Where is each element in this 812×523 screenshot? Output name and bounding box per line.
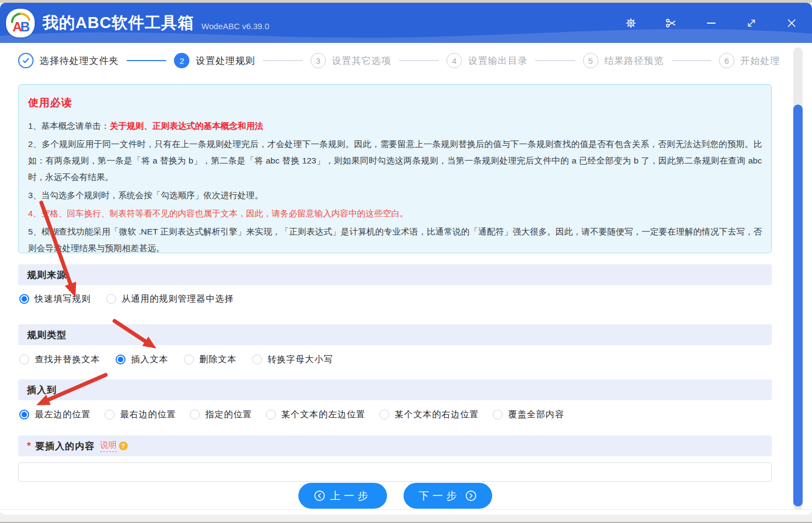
radio-dot xyxy=(105,410,115,420)
step-5-path-preview[interactable]: 5 结果路径预览 xyxy=(583,53,664,68)
step-1-select-folder[interactable]: 选择待处理文件夹 xyxy=(18,53,119,68)
notice-item-1-text: 1、基本概念请单击： xyxy=(28,121,110,130)
insert-to-options: 最左边的位置 最右边的位置 指定的位置 某个文本的左边位置 某个文本的右边位置 … xyxy=(19,406,772,423)
radio-dot xyxy=(19,410,29,420)
step-1-circle xyxy=(18,53,34,68)
radio-label: 最右边的位置 xyxy=(120,409,176,421)
gear-icon xyxy=(625,17,637,29)
step-6-start[interactable]: 6 开始处理 xyxy=(719,53,780,68)
step-connector-2 xyxy=(263,60,302,61)
settings-button[interactable] xyxy=(624,16,638,30)
section-header-insert-to: 插入到 xyxy=(18,379,772,400)
notice-item-1: 1、基本概念请单击：关于规则、正则表达式的基本概念和用法 xyxy=(28,118,762,134)
insert-content-input[interactable] xyxy=(18,462,772,482)
footer-divider xyxy=(0,509,812,510)
radio-label: 转换字母大小写 xyxy=(268,354,333,366)
notice-item-5: 5、模糊查找功能采用「微软 .NET 正则表达式解析引擎」来实现，「正则表达式」… xyxy=(28,224,762,253)
next-step-button[interactable]: 下一步 xyxy=(404,483,492,509)
step-wizard: 选择待处理文件夹 2 设置处理规则 3 设置其它选项 4 设置输出目录 5 结果… xyxy=(18,51,780,70)
rule-type-title: 规则类型 xyxy=(27,329,67,341)
step-6-label: 开始处理 xyxy=(740,55,780,67)
radio-label: 某个文本的左边位置 xyxy=(281,409,366,421)
maximize-icon xyxy=(745,17,757,29)
circle-arrow-left-icon xyxy=(314,490,325,502)
usage-notice-panel: 使用必读 1、基本概念请单击：关于规则、正则表达式的基本概念和用法 2、多个规则… xyxy=(18,84,772,253)
step-2-set-rules[interactable]: 2 设置处理规则 xyxy=(174,53,255,68)
radio-dot xyxy=(19,355,29,364)
step-connector-3 xyxy=(399,60,439,61)
radio-label: 某个文本的右边位置 xyxy=(395,409,479,421)
radio-insert-text[interactable]: 插入文本 xyxy=(116,354,168,366)
radio-quick-fill-rule[interactable]: 快速填写规则 xyxy=(19,293,91,305)
radio-label: 从通用的规则管理器中选择 xyxy=(122,293,234,305)
radio-label: 查找并替换文本 xyxy=(35,354,100,366)
required-asterisk: * xyxy=(27,440,31,452)
radio-from-rule-manager[interactable]: 从通用的规则管理器中选择 xyxy=(106,293,234,305)
close-icon xyxy=(786,17,798,29)
radio-right-of-text[interactable]: 某个文本的右边位置 xyxy=(379,409,479,421)
step-3-label: 设置其它选项 xyxy=(332,55,391,67)
step-5-circle: 5 xyxy=(583,53,598,68)
step-4-label: 设置输出目录 xyxy=(468,55,527,67)
app-title: 我的ABC软件工具箱 xyxy=(42,12,194,34)
notice-item-4: 4、空格、回车换行、制表符等看不见的内容也属于文本，因此，请务必留意输入内容中的… xyxy=(28,205,762,222)
next-step-label: 下一步 xyxy=(419,489,460,503)
radio-dot xyxy=(190,410,200,420)
close-button[interactable] xyxy=(784,16,799,30)
radio-label: 插入文本 xyxy=(131,354,168,366)
radio-label: 覆盖全部内容 xyxy=(508,409,564,421)
radio-label: 快速填写规则 xyxy=(35,293,91,305)
radio-label: 指定的位置 xyxy=(205,409,252,421)
help-link[interactable]: 说明 xyxy=(100,440,117,452)
radio-overwrite-all[interactable]: 覆盖全部内容 xyxy=(493,409,564,421)
notice-title: 使用必读 xyxy=(28,96,762,110)
step-connector-5 xyxy=(672,60,711,61)
radio-dot xyxy=(184,355,194,364)
rule-type-options: 查找并替换文本 插入文本 删除文本 转换字母大小写 xyxy=(19,351,772,368)
cut-button[interactable] xyxy=(664,16,678,30)
radio-label: 删除文本 xyxy=(199,354,237,366)
main-content: 选择待处理文件夹 2 设置处理规则 3 设置其它选项 4 设置输出目录 5 结果… xyxy=(0,43,812,515)
scrollbar-track[interactable] xyxy=(793,47,803,510)
minimize-button[interactable] xyxy=(704,16,718,30)
radio-dot xyxy=(252,355,262,364)
step-1-label: 选择待处理文件夹 xyxy=(40,55,119,67)
radio-leftmost-position[interactable]: 最左边的位置 xyxy=(19,409,91,421)
notice-item-2: 2、多个规则应用于同一文件时，只有在上一条规则处理完后，才会处理下一条规则。因此… xyxy=(28,136,762,186)
notice-item-3: 3、当勾选多个规则时，系统会按「勾选顺序」依次进行处理。 xyxy=(28,187,762,204)
radio-dot xyxy=(19,294,29,304)
prev-step-button[interactable]: 上一步 xyxy=(298,483,387,509)
section-header-rule-type: 规则类型 xyxy=(18,324,772,345)
logo-letters: AB xyxy=(13,20,29,34)
radio-rightmost-position[interactable]: 最右边的位置 xyxy=(105,409,176,421)
radio-find-replace-text[interactable]: 查找并替换文本 xyxy=(19,354,100,366)
radio-dot xyxy=(493,410,503,420)
radio-label: 最左边的位置 xyxy=(35,409,91,421)
insert-to-title: 插入到 xyxy=(27,384,57,396)
section-header-rule-source: 规则来源 xyxy=(18,264,772,285)
radio-convert-case[interactable]: 转换字母大小写 xyxy=(252,354,333,366)
app-version: WodeABC v6.39.0 xyxy=(201,21,269,31)
radio-delete-text[interactable]: 删除文本 xyxy=(184,354,237,366)
step-4-output-dir[interactable]: 4 设置输出目录 xyxy=(446,53,527,68)
notice-item-1-link[interactable]: 关于规则、正则表达式的基本概念和用法 xyxy=(110,121,263,130)
maximize-button[interactable] xyxy=(744,16,759,30)
minimize-icon xyxy=(705,17,717,29)
window-controls xyxy=(624,3,799,43)
rule-source-options: 快速填写规则 从通用的规则管理器中选择 xyxy=(19,291,772,307)
question-mark-icon[interactable]: ? xyxy=(119,442,128,450)
step-2-label: 设置处理规则 xyxy=(195,55,255,67)
insert-content-title: 要插入的内容 xyxy=(35,440,95,453)
step-3-circle: 3 xyxy=(310,53,326,68)
wizard-nav-buttons: 上一步 下一步 xyxy=(18,483,772,509)
radio-dot xyxy=(379,410,389,420)
scrollbar-thumb[interactable] xyxy=(793,105,803,506)
radio-left-of-text[interactable]: 某个文本的左边位置 xyxy=(266,409,366,421)
check-icon xyxy=(21,56,31,66)
radio-dot xyxy=(106,294,116,304)
logo-letter-a: A xyxy=(13,19,20,34)
radio-dot xyxy=(266,410,276,420)
step-3-other-options[interactable]: 3 设置其它选项 xyxy=(310,53,391,68)
step-connector-4 xyxy=(535,60,575,61)
radio-specified-position[interactable]: 指定的位置 xyxy=(190,409,252,421)
